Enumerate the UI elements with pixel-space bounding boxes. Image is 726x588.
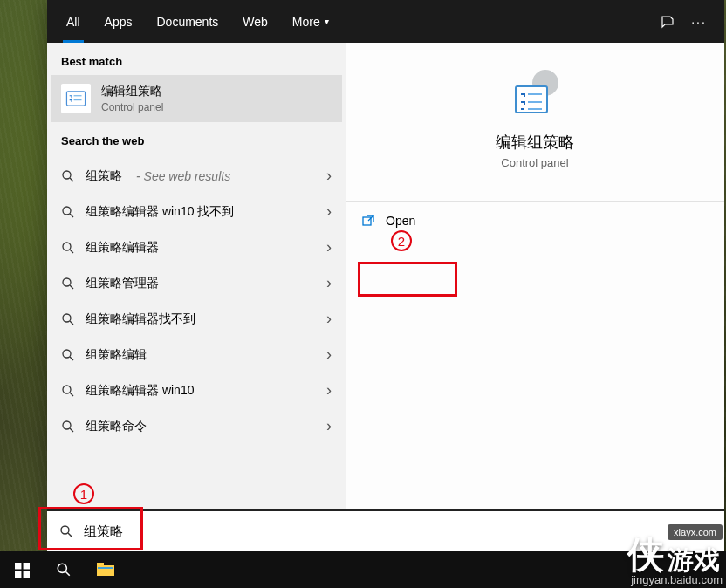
file-explorer-button[interactable]	[86, 551, 126, 588]
web-result[interactable]: 组策略编辑器›	[47, 229, 346, 265]
tab-more[interactable]: More	[280, 0, 341, 43]
web-result-label: 组策略编辑器 win10	[86, 383, 194, 399]
search-icon	[61, 312, 75, 326]
chevron-right-icon: ›	[326, 345, 332, 364]
web-result[interactable]: 组策略编辑器找不到›	[47, 301, 346, 337]
svg-line-14	[70, 357, 73, 360]
results-column: Best match 编辑组策略 Control panel Search th…	[47, 43, 346, 509]
svg-rect-29	[15, 563, 21, 569]
tab-all-label: All	[66, 15, 80, 29]
svg-point-11	[63, 314, 71, 322]
svg-line-10	[70, 285, 73, 289]
tab-documents-label: Documents	[156, 15, 218, 29]
chevron-right-icon: ›	[326, 417, 332, 435]
start-button[interactable]	[2, 551, 42, 588]
svg-rect-30	[23, 563, 29, 569]
search-icon	[61, 169, 75, 183]
feedback-icon[interactable]	[660, 14, 675, 30]
svg-rect-32	[23, 571, 29, 577]
web-result[interactable]: 组策略 - See web results›	[47, 158, 346, 194]
best-match-result[interactable]: 编辑组策略 Control panel	[51, 75, 342, 122]
tab-apps[interactable]: Apps	[92, 0, 145, 43]
control-panel-icon	[61, 84, 91, 113]
svg-rect-37	[98, 567, 113, 569]
svg-line-6	[70, 214, 73, 217]
tab-web-label: Web	[243, 15, 268, 29]
open-label: Open	[386, 214, 415, 228]
chevron-right-icon: ›	[326, 381, 332, 400]
tab-all[interactable]: All	[54, 0, 92, 43]
svg-point-15	[63, 386, 71, 393]
svg-point-5	[63, 207, 71, 215]
search-icon	[61, 241, 75, 255]
svg-line-4	[70, 178, 73, 181]
svg-rect-0	[66, 92, 85, 106]
preview-title: 编辑组策略	[496, 132, 574, 153]
chevron-right-icon: ›	[326, 202, 332, 221]
best-match-title: 编辑组策略	[101, 84, 163, 99]
more-options-icon[interactable]: ···	[691, 14, 707, 30]
callout-box-2	[358, 262, 457, 297]
tab-documents[interactable]: Documents	[144, 0, 230, 43]
search-panel: All Apps Documents Web More ··· Best mat…	[47, 0, 724, 551]
svg-point-9	[63, 278, 71, 286]
web-result-label: 组策略编辑器找不到	[86, 311, 195, 327]
search-box[interactable]	[47, 509, 724, 551]
svg-rect-25	[363, 217, 371, 225]
web-result-label: 组策略编辑器	[86, 240, 159, 256]
best-match-header: Best match	[47, 43, 346, 75]
chevron-right-icon: ›	[326, 310, 332, 328]
preview-hero: 编辑组策略 Control panel	[346, 43, 724, 185]
svg-line-28	[68, 533, 72, 537]
search-icon	[61, 348, 75, 362]
chevron-right-icon: ›	[326, 167, 332, 185]
chevron-right-icon: ›	[326, 238, 332, 256]
web-result[interactable]: 组策略编辑器 win10›	[47, 373, 346, 408]
svg-rect-31	[15, 571, 21, 577]
search-icon	[59, 524, 73, 538]
taskbar-search-button[interactable]	[44, 551, 84, 588]
svg-line-34	[65, 571, 70, 576]
open-icon	[361, 214, 375, 228]
tabs-bar: All Apps Documents Web More ···	[47, 0, 724, 43]
svg-line-8	[70, 250, 73, 253]
svg-rect-36	[97, 563, 104, 567]
svg-point-27	[61, 526, 69, 534]
svg-line-12	[70, 321, 73, 325]
preview-subtitle: Control panel	[501, 156, 568, 169]
svg-point-13	[63, 350, 71, 358]
svg-point-33	[58, 564, 66, 572]
search-icon	[61, 384, 75, 398]
search-input[interactable]	[84, 524, 712, 539]
preview-column: 编辑组策略 Control panel Open 2	[346, 43, 724, 509]
web-result-label: 组策略编辑器 win10 找不到	[86, 204, 234, 220]
tab-apps-label: Apps	[105, 15, 133, 29]
taskbar	[0, 551, 726, 588]
web-result-label: 组策略	[86, 168, 122, 184]
best-match-subtitle: Control panel	[101, 101, 163, 113]
control-panel-large-icon	[503, 67, 566, 120]
web-result-suffix: - See web results	[136, 169, 230, 183]
svg-point-3	[63, 171, 71, 179]
web-result-label: 组策略管理器	[86, 276, 159, 291]
search-icon	[61, 205, 75, 219]
search-icon	[61, 420, 75, 434]
search-icon	[61, 277, 75, 291]
web-result[interactable]: 组策略编辑器 win10 找不到›	[47, 194, 346, 229]
chevron-right-icon: ›	[326, 274, 332, 292]
web-result[interactable]: 组策略命令›	[47, 408, 346, 444]
svg-line-18	[70, 428, 73, 432]
open-action[interactable]: Open	[346, 202, 724, 240]
tab-web[interactable]: Web	[230, 0, 280, 43]
web-result-label: 组策略命令	[86, 419, 147, 434]
web-result[interactable]: 组策略编辑›	[47, 337, 346, 373]
svg-line-16	[70, 393, 73, 396]
search-web-header: Search the web	[47, 122, 346, 154]
tab-more-label: More	[292, 15, 320, 29]
svg-point-17	[63, 421, 71, 429]
web-result-label: 组策略编辑	[86, 347, 147, 363]
web-result[interactable]: 组策略管理器›	[47, 265, 346, 301]
svg-point-7	[63, 243, 71, 250]
web-results-list: 组策略 - See web results›组策略编辑器 win10 找不到›组…	[47, 154, 346, 448]
